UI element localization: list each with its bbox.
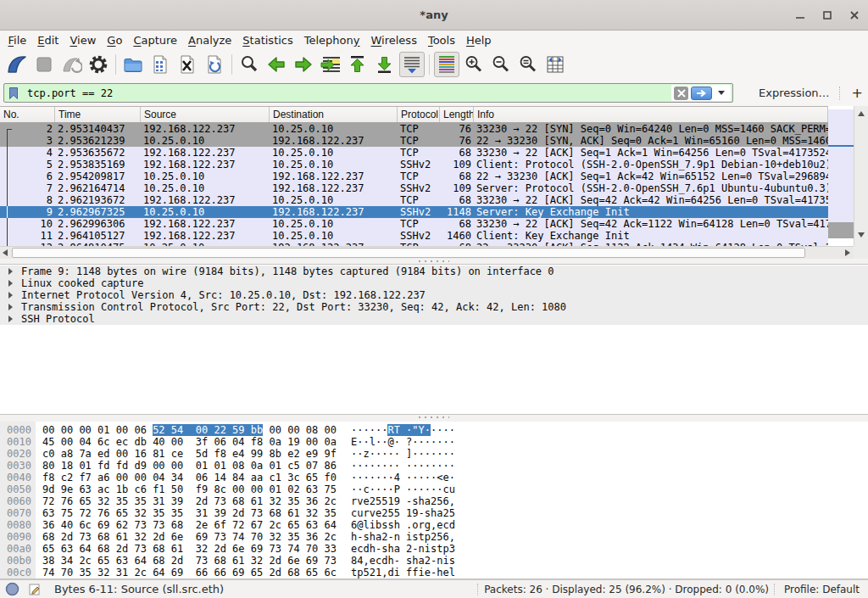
vertical-scrollbar[interactable] xyxy=(854,106,868,246)
scroll-down-arrow[interactable] xyxy=(858,232,865,238)
minimize-button[interactable] xyxy=(787,5,814,25)
bookmark-icon[interactable] xyxy=(7,86,20,101)
detail-row[interactable]: Frame 9: 1148 bytes on wire (9184 bits),… xyxy=(0,265,868,277)
zoom-out-button[interactable] xyxy=(488,52,514,77)
detail-row[interactable]: SSH Protocol xyxy=(0,313,868,325)
packet-cell-no: 4 xyxy=(0,147,55,159)
close-button[interactable] xyxy=(841,5,868,25)
menu-wireless[interactable]: Wireless xyxy=(365,31,422,49)
close-file-button[interactable] xyxy=(175,52,200,77)
go-back-icon xyxy=(265,53,287,75)
menu-view[interactable]: View xyxy=(64,31,102,49)
menubar: FileEditViewGoCaptureAnalyzeStatisticsTe… xyxy=(0,31,868,49)
packet-cell-destination: 192.168.122.237 xyxy=(270,182,398,194)
expander-icon[interactable] xyxy=(8,304,13,310)
expander-icon[interactable] xyxy=(8,280,13,287)
menu-go[interactable]: Go xyxy=(102,31,128,49)
capture-comment-icon[interactable] xyxy=(28,582,42,596)
hex-row[interactable]: 0020c0 a8 7a ed 00 16 81 ce 5d f8 e4 99 … xyxy=(0,448,868,460)
go-top-button[interactable] xyxy=(345,52,370,77)
hex-row[interactable]: 000000 00 00 01 00 06 52 54 00 22 59 bb … xyxy=(0,424,868,436)
splitter-details-bytes[interactable] xyxy=(0,415,868,422)
column-header-protocol[interactable]: Protocol xyxy=(398,107,440,122)
packet-row[interactable]: 82.962193672192.168.122.23710.25.0.10TCP… xyxy=(0,194,828,206)
hex-row[interactable]: 006072 76 65 32 35 35 31 39 2d 73 68 61 … xyxy=(0,495,868,507)
packet-row[interactable]: 42.953635672192.168.122.23710.25.0.10TCP… xyxy=(0,147,828,159)
capture-options-button[interactable] xyxy=(86,52,111,77)
menu-analyze[interactable]: Analyze xyxy=(183,31,237,49)
packet-row[interactable]: 92.96296732510.25.0.10192.168.122.237SSH… xyxy=(0,206,828,218)
autoscroll-button[interactable] xyxy=(399,52,425,77)
detail-row[interactable]: Linux cooked capture xyxy=(0,277,868,289)
column-header-source[interactable]: Source xyxy=(141,107,270,122)
hex-row[interactable]: 00b038 34 2c 65 63 64 68 2d 73 68 61 32 … xyxy=(0,555,868,567)
menu-help[interactable]: Help xyxy=(460,31,497,49)
column-header-time[interactable]: Time xyxy=(55,107,141,122)
menu-capture[interactable]: Capture xyxy=(128,31,183,49)
clear-filter-button[interactable] xyxy=(674,87,688,100)
menu-telephony[interactable]: Telephony xyxy=(298,31,365,49)
zoom-in-button[interactable] xyxy=(461,52,487,77)
menu-edit[interactable]: Edit xyxy=(32,31,64,49)
hex-row[interactable]: 00c074 70 35 32 31 2c 64 69 66 66 69 65 … xyxy=(0,567,868,578)
scroll-right-arrow[interactable] xyxy=(845,249,850,256)
filter-dropdown-caret[interactable] xyxy=(718,91,725,95)
restart-capture-button[interactable] xyxy=(58,52,84,77)
hex-row[interactable]: 0040f8 c2 f7 a6 00 00 04 34 06 14 84 aa … xyxy=(0,472,868,483)
menu-tools[interactable]: Tools xyxy=(422,31,460,49)
packet-row[interactable]: 72.96216471410.25.0.10192.168.122.237SSH… xyxy=(0,182,828,194)
intelligent-scrollbar[interactable] xyxy=(828,109,854,244)
hex-row[interactable]: 00509d 9e 63 ac 1b c6 f1 50 f9 8c 00 00 … xyxy=(0,483,868,495)
horizontal-scrollbar[interactable] xyxy=(0,246,854,259)
packet-row[interactable]: 22.953140437192.168.122.23710.25.0.10TCP… xyxy=(0,123,828,135)
display-filter-input[interactable]: tcp.port == 22 xyxy=(3,83,733,103)
hex-row[interactable]: 003080 18 01 fd fd d9 00 00 01 01 08 0a … xyxy=(0,460,868,472)
packet-cell-time: 2.953140437 xyxy=(55,123,141,135)
go-bottom-button[interactable] xyxy=(372,52,398,77)
go-forward-button[interactable] xyxy=(291,52,316,77)
hex-row[interactable]: 00a065 63 64 68 2d 73 68 61 32 2d 6e 69 … xyxy=(0,543,868,555)
hex-row[interactable]: 007063 75 72 76 65 32 35 35 31 39 2d 73 … xyxy=(0,507,868,519)
menu-statistics[interactable]: Statistics xyxy=(237,31,298,49)
expert-info-icon[interactable] xyxy=(5,582,19,596)
expander-icon[interactable] xyxy=(8,316,13,322)
go-back-button[interactable] xyxy=(264,52,289,77)
column-header-length[interactable]: Length xyxy=(440,107,474,122)
colorize-button[interactable] xyxy=(434,52,459,77)
expression-button[interactable]: Expression… xyxy=(759,87,830,99)
packet-row[interactable]: 112.964105127192.168.122.23710.25.0.10SS… xyxy=(0,230,828,242)
hex-row[interactable]: 009068 2d 73 68 61 32 2d 6e 69 73 74 70 … xyxy=(0,531,868,543)
expander-icon[interactable] xyxy=(8,292,13,299)
hex-ascii: tp521,di ffie-hel xyxy=(351,567,455,578)
column-header-destination[interactable]: Destination xyxy=(270,107,398,122)
detail-row[interactable]: Internet Protocol Version 4, Src: 10.25.… xyxy=(0,289,868,301)
scroll-left-arrow[interactable] xyxy=(3,249,8,256)
status-profile[interactable]: Profile: Default xyxy=(784,584,860,595)
save-file-button[interactable] xyxy=(147,52,173,77)
packet-row[interactable]: 102.962996306192.168.122.23710.25.0.10TC… xyxy=(0,218,828,230)
packet-row[interactable]: 32.95362123910.25.0.10192.168.122.237TCP… xyxy=(0,135,828,147)
detail-row[interactable]: Transmission Control Protocol, Src Port:… xyxy=(0,301,868,313)
start-capture-button[interactable] xyxy=(4,52,30,77)
packet-row[interactable]: 52.953835169192.168.122.23710.25.0.10SSH… xyxy=(0,159,828,170)
resize-columns-button[interactable] xyxy=(542,52,568,77)
stop-capture-button[interactable] xyxy=(31,52,57,77)
packet-row[interactable]: 62.95420981710.25.0.10192.168.122.237TCP… xyxy=(0,170,828,182)
column-header-no[interactable]: No. xyxy=(0,107,55,122)
maximize-button[interactable] xyxy=(814,5,841,25)
zoom-original-button[interactable] xyxy=(515,52,541,77)
find-packet-button[interactable] xyxy=(236,52,262,77)
go-to-packet-button[interactable] xyxy=(318,52,343,77)
packet-list-rows: 22.953140437192.168.122.23710.25.0.10TCP… xyxy=(0,123,828,246)
hex-row[interactable]: 001045 00 04 6c ec db 40 00 3f 06 04 f8 … xyxy=(0,436,868,448)
horizontal-scroll-thumb[interactable] xyxy=(12,248,805,258)
reload-file-button[interactable] xyxy=(202,52,227,77)
hex-row[interactable]: 008036 40 6c 69 62 73 73 68 2e 6f 72 67 … xyxy=(0,519,868,531)
menu-file[interactable]: File xyxy=(3,31,32,49)
column-header-info[interactable]: Info xyxy=(474,107,828,122)
add-filter-button[interactable]: + xyxy=(850,85,865,101)
apply-filter-button[interactable] xyxy=(691,87,712,100)
open-file-button[interactable] xyxy=(120,52,146,77)
expander-icon[interactable] xyxy=(8,268,13,275)
scroll-up-arrow[interactable] xyxy=(858,111,865,116)
